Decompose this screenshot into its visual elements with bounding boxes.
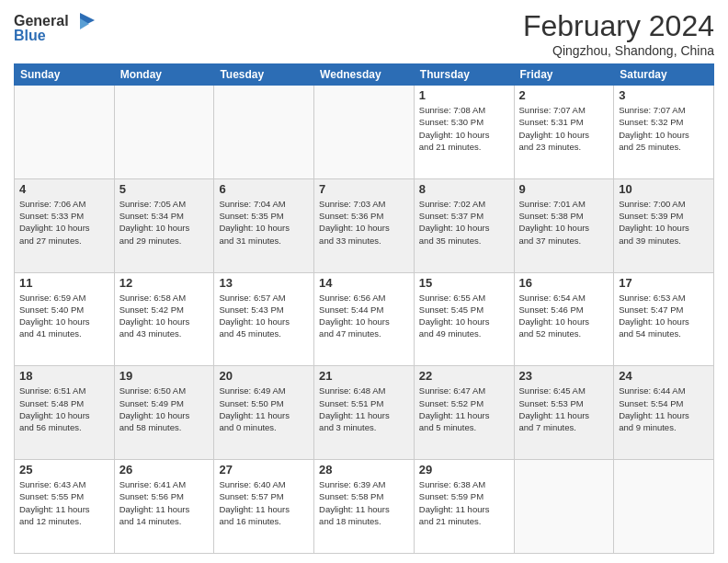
- table-row: 10Sunrise: 7:00 AMSunset: 5:39 PMDayligh…: [614, 178, 714, 272]
- header: General Blue February 2024 Qingzhou, Sha…: [14, 9, 714, 58]
- logo-area: General Blue: [14, 9, 97, 50]
- calendar-table: Sunday Monday Tuesday Wednesday Thursday…: [14, 63, 714, 554]
- day-number: 12: [119, 276, 210, 290]
- day-number: 25: [19, 463, 109, 477]
- day-number: 28: [319, 463, 409, 477]
- table-row: 7Sunrise: 7:03 AMSunset: 5:36 PMDaylight…: [314, 178, 415, 272]
- day-number: 13: [219, 276, 309, 290]
- day-number: 1: [419, 88, 509, 102]
- day-info: Sunrise: 6:49 AMSunset: 5:50 PMDaylight:…: [219, 385, 309, 433]
- calendar-week-row: 18Sunrise: 6:51 AMSunset: 5:48 PMDayligh…: [15, 366, 714, 460]
- table-row: [514, 460, 614, 554]
- col-friday: Friday: [514, 64, 614, 86]
- day-number: 10: [619, 182, 709, 196]
- col-wednesday: Wednesday: [314, 64, 415, 86]
- day-info: Sunrise: 7:08 AMSunset: 5:30 PMDaylight:…: [419, 104, 509, 153]
- day-number: 26: [119, 463, 210, 477]
- day-info: Sunrise: 6:40 AMSunset: 5:57 PMDaylight:…: [219, 478, 309, 527]
- day-info: Sunrise: 6:56 AMSunset: 5:44 PMDaylight:…: [319, 292, 409, 340]
- day-number: 7: [319, 182, 409, 196]
- day-number: 4: [19, 182, 109, 196]
- table-row: 2Sunrise: 7:07 AMSunset: 5:31 PMDaylight…: [514, 86, 614, 179]
- col-monday: Monday: [114, 64, 214, 86]
- day-info: Sunrise: 6:41 AMSunset: 5:56 PMDaylight:…: [119, 478, 210, 527]
- day-number: 16: [519, 276, 609, 290]
- table-row: [114, 86, 214, 179]
- table-row: 27Sunrise: 6:40 AMSunset: 5:57 PMDayligh…: [214, 460, 314, 554]
- table-row: 24Sunrise: 6:44 AMSunset: 5:54 PMDayligh…: [614, 366, 714, 460]
- day-number: 14: [319, 276, 409, 290]
- day-info: Sunrise: 7:07 AMSunset: 5:32 PMDaylight:…: [619, 104, 709, 153]
- day-info: Sunrise: 6:44 AMSunset: 5:54 PMDaylight:…: [619, 385, 709, 433]
- svg-text:Blue: Blue: [14, 28, 46, 43]
- day-number: 2: [519, 88, 609, 102]
- table-row: 28Sunrise: 6:39 AMSunset: 5:58 PMDayligh…: [314, 460, 415, 554]
- day-info: Sunrise: 7:03 AMSunset: 5:36 PMDaylight:…: [319, 198, 409, 247]
- day-info: Sunrise: 6:47 AMSunset: 5:52 PMDaylight:…: [419, 385, 509, 433]
- table-row: [314, 86, 415, 179]
- table-row: 26Sunrise: 6:41 AMSunset: 5:56 PMDayligh…: [114, 460, 214, 554]
- table-row: 11Sunrise: 6:59 AMSunset: 5:40 PMDayligh…: [15, 272, 115, 366]
- day-info: Sunrise: 7:06 AMSunset: 5:33 PMDaylight:…: [19, 198, 109, 247]
- table-row: 22Sunrise: 6:47 AMSunset: 5:52 PMDayligh…: [414, 366, 514, 460]
- table-row: 15Sunrise: 6:55 AMSunset: 5:45 PMDayligh…: [414, 272, 514, 366]
- calendar-week-row: 11Sunrise: 6:59 AMSunset: 5:40 PMDayligh…: [15, 272, 714, 366]
- day-info: Sunrise: 6:58 AMSunset: 5:42 PMDaylight:…: [119, 292, 210, 340]
- day-number: 9: [519, 182, 609, 196]
- day-info: Sunrise: 6:51 AMSunset: 5:48 PMDaylight:…: [19, 385, 109, 433]
- col-saturday: Saturday: [614, 64, 714, 86]
- day-info: Sunrise: 6:39 AMSunset: 5:58 PMDaylight:…: [319, 478, 409, 527]
- table-row: 4Sunrise: 7:06 AMSunset: 5:33 PMDaylight…: [15, 178, 115, 272]
- table-row: 5Sunrise: 7:05 AMSunset: 5:34 PMDaylight…: [114, 178, 214, 272]
- header-row: Sunday Monday Tuesday Wednesday Thursday…: [15, 64, 714, 86]
- table-row: 20Sunrise: 6:49 AMSunset: 5:50 PMDayligh…: [214, 366, 314, 460]
- col-tuesday: Tuesday: [214, 64, 314, 86]
- table-row: 19Sunrise: 6:50 AMSunset: 5:49 PMDayligh…: [114, 366, 214, 460]
- day-info: Sunrise: 6:38 AMSunset: 5:59 PMDaylight:…: [419, 478, 509, 527]
- day-number: 6: [219, 182, 309, 196]
- calendar-week-row: 1Sunrise: 7:08 AMSunset: 5:30 PMDaylight…: [15, 86, 714, 179]
- day-info: Sunrise: 6:55 AMSunset: 5:45 PMDaylight:…: [419, 292, 509, 340]
- table-row: 12Sunrise: 6:58 AMSunset: 5:42 PMDayligh…: [114, 272, 214, 366]
- calendar-week-row: 25Sunrise: 6:43 AMSunset: 5:55 PMDayligh…: [15, 460, 714, 554]
- table-row: 6Sunrise: 7:04 AMSunset: 5:35 PMDaylight…: [214, 178, 314, 272]
- svg-text:General: General: [14, 13, 69, 29]
- table-row: 16Sunrise: 6:54 AMSunset: 5:46 PMDayligh…: [514, 272, 614, 366]
- day-number: 24: [619, 369, 709, 383]
- table-row: 3Sunrise: 7:07 AMSunset: 5:32 PMDaylight…: [614, 86, 714, 179]
- day-number: 23: [519, 369, 609, 383]
- col-sunday: Sunday: [15, 64, 115, 86]
- day-number: 18: [19, 369, 109, 383]
- day-info: Sunrise: 6:59 AMSunset: 5:40 PMDaylight:…: [19, 292, 109, 340]
- day-number: 27: [219, 463, 309, 477]
- table-row: 9Sunrise: 7:01 AMSunset: 5:38 PMDaylight…: [514, 178, 614, 272]
- day-info: Sunrise: 6:53 AMSunset: 5:47 PMDaylight:…: [619, 292, 709, 340]
- day-info: Sunrise: 6:57 AMSunset: 5:43 PMDaylight:…: [219, 292, 309, 340]
- table-row: 21Sunrise: 6:48 AMSunset: 5:51 PMDayligh…: [314, 366, 415, 460]
- day-info: Sunrise: 7:07 AMSunset: 5:31 PMDaylight:…: [519, 104, 609, 153]
- month-year-title: February 2024: [523, 9, 714, 43]
- table-row: 23Sunrise: 6:45 AMSunset: 5:53 PMDayligh…: [514, 366, 614, 460]
- day-info: Sunrise: 7:02 AMSunset: 5:37 PMDaylight:…: [419, 198, 509, 247]
- day-number: 22: [419, 369, 509, 383]
- day-info: Sunrise: 7:04 AMSunset: 5:35 PMDaylight:…: [219, 198, 309, 247]
- day-number: 29: [419, 463, 509, 477]
- day-info: Sunrise: 7:00 AMSunset: 5:39 PMDaylight:…: [619, 198, 709, 247]
- day-number: 15: [419, 276, 509, 290]
- day-info: Sunrise: 6:50 AMSunset: 5:49 PMDaylight:…: [119, 385, 210, 433]
- day-info: Sunrise: 6:45 AMSunset: 5:53 PMDaylight:…: [519, 385, 609, 433]
- calendar-week-row: 4Sunrise: 7:06 AMSunset: 5:33 PMDaylight…: [15, 178, 714, 272]
- day-info: Sunrise: 6:54 AMSunset: 5:46 PMDaylight:…: [519, 292, 609, 340]
- table-row: [614, 460, 714, 554]
- day-number: 20: [219, 369, 309, 383]
- table-row: 18Sunrise: 6:51 AMSunset: 5:48 PMDayligh…: [15, 366, 115, 460]
- location-label: Qingzhou, Shandong, China: [523, 43, 714, 58]
- page: General Blue February 2024 Qingzhou, Sha…: [0, 0, 728, 563]
- day-number: 8: [419, 182, 509, 196]
- day-info: Sunrise: 6:43 AMSunset: 5:55 PMDaylight:…: [19, 478, 109, 527]
- day-info: Sunrise: 7:01 AMSunset: 5:38 PMDaylight:…: [519, 198, 609, 247]
- day-info: Sunrise: 7:05 AMSunset: 5:34 PMDaylight:…: [119, 198, 210, 247]
- table-row: [214, 86, 314, 179]
- table-row: 17Sunrise: 6:53 AMSunset: 5:47 PMDayligh…: [614, 272, 714, 366]
- table-row: [15, 86, 115, 179]
